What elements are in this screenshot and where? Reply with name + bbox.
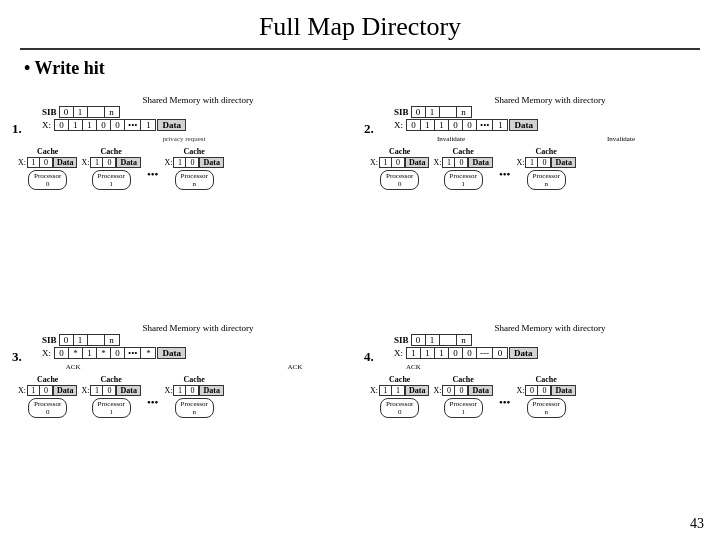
caches-row-3: Cache X: 1 0 Data Processor0 Cache X: 1 (18, 375, 354, 418)
dots-4: ••• (497, 396, 513, 408)
ack-labels-3: ACK ACK (14, 363, 354, 371)
shared-mem-title-3: Shared Memory with directory (42, 323, 354, 333)
step-4-label: 4. (364, 349, 374, 365)
ack-labels-4: ACK (406, 363, 706, 371)
sib-row-3: SIB 0 1 n (42, 334, 354, 346)
cache-item-2-n: Cache X: 1 0 Data Processorn (516, 147, 575, 190)
shared-mem-1: Shared Memory with directory SIB 0 1 n X… (42, 95, 354, 131)
shared-mem-title-4: Shared Memory with directory (394, 323, 706, 333)
shared-mem-2: Shared Memory with directory SIB 0 1 n X… (394, 95, 706, 131)
shared-mem-3: Shared Memory with directory SIB 0 1 n X… (42, 323, 354, 359)
caches-row-4: Cache X: 1 1 Data Processor0 Cache X: 0 (370, 375, 706, 418)
caches-row-1: Cache X: 1 0 Data Processor0 Cache X: 1 (18, 147, 354, 190)
cache-item-1-n: Cache X: 1 0 Data Processorn (164, 147, 223, 190)
x-row-4: X: 1 1 1 0 0 --- 0 Data (394, 347, 706, 359)
page-number: 43 (690, 516, 704, 532)
cache-item-3-0: Cache X: 1 0 Data Processor0 (18, 375, 77, 418)
x-row-3: X: 0 * 1 * 0 ••• * Data (42, 347, 354, 359)
invalidate-labels-2: Invalidate Invalidate (366, 135, 706, 143)
cache-item-4-0: Cache X: 1 1 Data Processor0 (370, 375, 429, 418)
cache-item-1-1: Cache X: 1 0 Data Processor1 (81, 147, 140, 190)
shared-mem-title-1: Shared Memory with directory (42, 95, 354, 105)
quadrant-4: 4. Shared Memory with directory SIB 0 1 … (362, 319, 710, 540)
cache-item-3-1: Cache X: 1 0 Data Processor1 (81, 375, 140, 418)
page-title: Full Map Directory (20, 0, 700, 50)
shared-mem-title-2: Shared Memory with directory (394, 95, 706, 105)
cache-item-3-n: Cache X: 1 0 Data Processorn (164, 375, 223, 418)
cache-item-4-n: Cache X: 0 0 Data Processorn (516, 375, 575, 418)
dots-3: ••• (145, 396, 161, 408)
quadrant-2: 2. Shared Memory with directory SIB 0 1 … (362, 91, 710, 315)
caches-row-2: Cache X: 1 0 Data Processor0 Cache X: 1 (370, 147, 706, 190)
step-3-label: 3. (12, 349, 22, 365)
cache-item-1-0: Cache X: 1 0 Data Processor0 (18, 147, 77, 190)
shared-mem-4: Shared Memory with directory SIB 0 1 n X… (394, 323, 706, 359)
quadrant-3: 3. Shared Memory with directory SIB 0 1 … (10, 319, 358, 540)
cache-item-4-1: Cache X: 0 0 Data Processor1 (433, 375, 492, 418)
privacy-req-1: privacy request (14, 135, 354, 143)
step-1-label: 1. (12, 121, 22, 137)
main-content: 1. Shared Memory with directory SIB 0 1 … (0, 87, 720, 540)
quadrant-1: 1. Shared Memory with directory SIB 0 1 … (10, 91, 358, 315)
sib-row-4: SIB 0 1 n (394, 334, 706, 346)
step-2-label: 2. (364, 121, 374, 137)
cache-item-2-0: Cache X: 1 0 Data Processor0 (370, 147, 429, 190)
x-row-1: X: 0 1 1 0 0 ••• 1 Data (42, 119, 354, 131)
sib-row-1: SIB 0 1 n (42, 106, 354, 118)
x-row-2: X: 0 1 1 0 0 ••• 1 Data (394, 119, 706, 131)
dots-1: ••• (145, 168, 161, 180)
dots-2: ••• (497, 168, 513, 180)
sib-row-2: SIB 0 1 n (394, 106, 706, 118)
cache-item-2-1: Cache X: 1 0 Data Processor1 (433, 147, 492, 190)
write-hit-label: • Write hit (0, 50, 720, 87)
